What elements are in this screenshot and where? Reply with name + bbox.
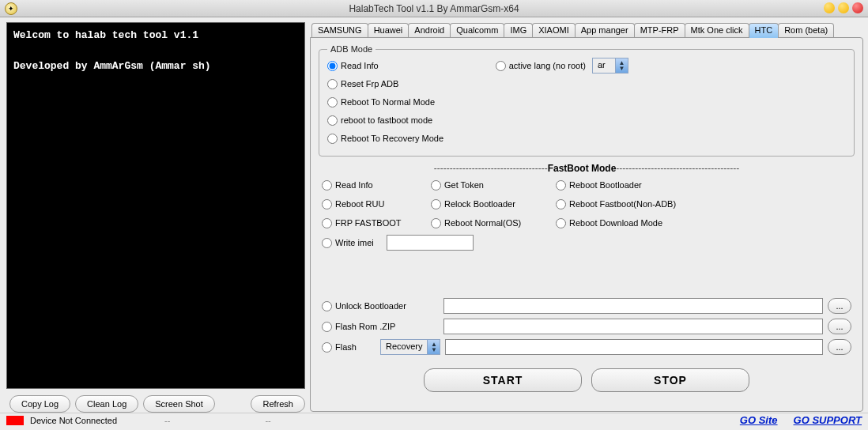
adb-legend: ADB Mode — [327, 44, 376, 54]
chevron-updown-icon: ▲▼ — [427, 340, 440, 354]
log-console: Welcom to halab tech tool v1.1 Developed… — [6, 22, 305, 389]
tab-samsung[interactable]: SAMSUNG — [311, 23, 368, 38]
radio-flash-rom-zip[interactable]: Flash Rom .ZIP — [322, 322, 432, 332]
flash-group: Unlock Bootloader ... Flash Rom .ZIP ...… — [319, 291, 855, 357]
clean-log-button[interactable]: Clean Log — [75, 395, 138, 413]
radio-reboot-recovery[interactable]: Reboot To Recovery Mode — [327, 134, 443, 144]
status-dash-2: -- — [265, 416, 270, 425]
radio-fb-write-imei[interactable]: Write imei — [322, 238, 374, 248]
window-title: HalabTech Tool v1.1 By AmmarGsm-x64 — [0, 3, 868, 14]
go-support-link[interactable]: GO SUPPORT — [794, 414, 862, 426]
window-controls — [824, 2, 863, 13]
maximize-button[interactable] — [838, 2, 849, 13]
flash-type-select[interactable]: Recovery ▲▼ — [380, 339, 440, 355]
status-dash: -- — [164, 416, 170, 425]
copy-log-button[interactable]: Copy Log — [9, 395, 70, 413]
tab-img[interactable]: IMG — [504, 23, 533, 38]
minimize-button[interactable] — [824, 2, 835, 13]
flash-path[interactable] — [445, 339, 823, 355]
screenshot-button[interactable]: Screen Shot — [143, 395, 215, 413]
radio-unlock-bootloader[interactable]: Unlock Bootloader — [322, 301, 432, 311]
imei-input[interactable] — [387, 235, 474, 251]
unlock-bootloader-path[interactable] — [443, 298, 823, 314]
radio-fb-reboot-download[interactable]: Reboot Download Mode — [556, 218, 845, 228]
tab-android[interactable]: Android — [408, 23, 451, 38]
refresh-button[interactable]: Refresh — [251, 395, 305, 413]
radio-active-lang[interactable]: active lang (no root) — [496, 61, 586, 71]
flash-rom-zip-path[interactable] — [443, 319, 823, 334]
close-button[interactable] — [852, 2, 863, 13]
radio-reset-frp-adb[interactable]: Reset Frp ADB — [327, 79, 398, 89]
radio-fb-frp-fastboot[interactable]: FRP FASTBOOT — [322, 218, 425, 228]
tab-panel-htc: ADB Mode Read Info active lang (no root) — [310, 37, 863, 412]
tab-xiaomi[interactable]: XIAOMI — [532, 23, 576, 38]
titlebar: ✦ HalabTech Tool v1.1 By AmmarGsm-x64 — [0, 0, 868, 17]
tab-rom-beta-[interactable]: Rom (beta) — [778, 23, 834, 38]
adb-mode-group: ADB Mode Read Info active lang (no root) — [319, 44, 855, 157]
browse-flash-button[interactable]: ... — [828, 339, 851, 355]
fastboot-group: Read Info Get Token Reboot Bootloader Re… — [319, 175, 855, 253]
start-button[interactable]: START — [424, 368, 582, 392]
tab-strip: SAMSUNGHuaweiAndroidQualcommIMGXIAOMIApp… — [310, 22, 863, 37]
connection-led-icon — [6, 416, 24, 425]
radio-fb-read-info[interactable]: Read Info — [322, 180, 425, 190]
go-site-link[interactable]: GO Site — [740, 414, 778, 426]
radio-fb-reboot-normal-os[interactable]: Reboot Normal(OS) — [431, 218, 549, 228]
radio-reboot-normal[interactable]: Reboot To Normal Mode — [327, 97, 435, 108]
stop-button[interactable]: STOP — [591, 368, 749, 392]
radio-fb-reboot-fastboot-nonadb[interactable]: Reboot Fastboot(Non-ADB) — [556, 199, 845, 209]
radio-read-info-adb[interactable]: Read Info — [327, 61, 379, 71]
tab-mtp-frp[interactable]: MTP-FRP — [634, 23, 685, 38]
radio-fb-reboot-ruu[interactable]: Reboot RUU — [322, 199, 425, 209]
browse-rom-zip-button[interactable]: ... — [828, 319, 851, 334]
radio-fb-reboot-bootloader[interactable]: Reboot Bootloader — [556, 180, 845, 190]
status-bar: Device Not Connected -- -- GO Site GO SU… — [0, 413, 868, 427]
tab-app-manger[interactable]: App manger — [575, 23, 635, 38]
app-icon: ✦ — [5, 2, 17, 15]
radio-fb-relock[interactable]: Relock Bootloader — [431, 199, 549, 209]
radio-flash[interactable]: Flash — [322, 342, 369, 353]
tab-htc[interactable]: HTC — [749, 23, 779, 38]
fastboot-title: ------------------------------------Fast… — [319, 163, 855, 174]
status-text: Device Not Connected — [30, 416, 117, 425]
radio-reboot-fastboot[interactable]: reboot to fastboot mode — [327, 115, 432, 126]
browse-unlock-button[interactable]: ... — [828, 298, 851, 314]
tab-qualcomm[interactable]: Qualcomm — [450, 23, 504, 38]
chevron-updown-icon: ▲▼ — [615, 58, 628, 73]
radio-fb-get-token[interactable]: Get Token — [431, 180, 549, 190]
tab-mtk-one-click[interactable]: Mtk One click — [685, 23, 749, 38]
tab-huawei[interactable]: Huawei — [368, 23, 409, 38]
lang-select[interactable]: ar ▲▼ — [592, 58, 628, 74]
